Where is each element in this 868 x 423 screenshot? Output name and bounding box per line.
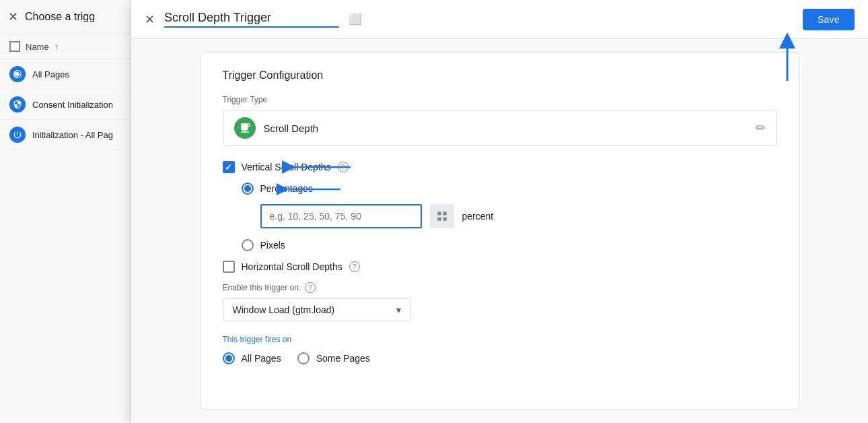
left-panel-title: Choose a trigg bbox=[25, 11, 95, 23]
modal-body: Trigger Configuration Trigger Type Scrol… bbox=[131, 39, 868, 423]
svg-rect-5 bbox=[443, 212, 446, 215]
horizontal-scroll-help-icon[interactable]: ? bbox=[349, 261, 360, 272]
trigger-type-label: Trigger Type bbox=[223, 95, 777, 104]
init-icon bbox=[9, 127, 26, 143]
save-button[interactable]: Save bbox=[803, 9, 855, 30]
pixels-radio-row: Pixels bbox=[242, 239, 777, 251]
modal-close-icon[interactable]: ✕ bbox=[145, 12, 155, 27]
fires-on-label: This trigger fires on bbox=[223, 335, 777, 344]
svg-rect-4 bbox=[437, 212, 441, 215]
all-pages-fires-on-label: All Pages bbox=[242, 353, 281, 364]
left-panel-header: ✕ Choose a trigg bbox=[0, 0, 131, 34]
edit-trigger-type-icon[interactable]: ✏ bbox=[756, 121, 766, 135]
horizontal-scroll-checkbox[interactable] bbox=[223, 261, 235, 273]
vertical-scroll-help-icon[interactable]: ? bbox=[338, 162, 349, 172]
variable-picker-button[interactable] bbox=[430, 204, 454, 228]
config-card: Trigger Configuration Trigger Type Scrol… bbox=[201, 53, 799, 410]
scroll-depth-type-icon bbox=[234, 117, 256, 139]
window-maximize-icon[interactable]: ⬜ bbox=[349, 13, 362, 26]
all-pages-radio-row: All Pages bbox=[223, 352, 281, 364]
list-item-all-pages[interactable]: All Pages bbox=[0, 59, 131, 90]
enable-trigger-label: Enable this trigger on: ? bbox=[223, 282, 777, 293]
dropdown-value: Window Load (gtm.load) bbox=[233, 304, 396, 315]
percent-input[interactable] bbox=[260, 204, 422, 228]
enable-trigger-help-icon[interactable]: ? bbox=[305, 282, 316, 293]
init-label: Initialization - All Pag bbox=[32, 130, 113, 140]
svg-rect-6 bbox=[437, 218, 441, 221]
left-panel: ✕ Choose a trigg Name ↑ All Pages Consen… bbox=[0, 0, 131, 423]
percentages-radio[interactable] bbox=[242, 183, 254, 195]
close-left-panel-icon[interactable]: ✕ bbox=[8, 9, 18, 24]
svg-rect-7 bbox=[443, 218, 446, 221]
some-pages-radio[interactable] bbox=[297, 352, 310, 364]
percent-suffix-label: percent bbox=[462, 211, 494, 222]
some-pages-fires-on-label: Some Pages bbox=[316, 353, 370, 364]
percentages-label: Percentages bbox=[260, 183, 314, 194]
list-item-init[interactable]: Initialization - All Pag bbox=[0, 120, 131, 150]
sort-icon[interactable]: ↑ bbox=[55, 42, 59, 51]
percentages-radio-row: Percentages bbox=[242, 183, 777, 195]
modal-header: ✕ ⬜ Save bbox=[131, 0, 868, 39]
modal: ✕ ⬜ Save Trigger Configuration Trigger T… bbox=[131, 0, 868, 423]
consent-icon bbox=[9, 96, 26, 112]
fires-on-row: All Pages Some Pages bbox=[223, 352, 777, 364]
list-column-header: Name ↑ bbox=[0, 34, 131, 59]
dropdown-arrow-icon: ▾ bbox=[396, 304, 401, 315]
trigger-type-box: Scroll Depth ✏ bbox=[223, 110, 777, 146]
all-pages-icon bbox=[9, 66, 26, 82]
vertical-scroll-label: Vertical Scroll Depths bbox=[242, 162, 331, 172]
horizontal-scroll-row: Horizontal Scroll Depths ? bbox=[223, 261, 777, 273]
name-column-label: Name bbox=[26, 42, 49, 52]
consent-label: Consent Initialization bbox=[32, 100, 113, 110]
vertical-scroll-checkbox[interactable]: ✓ bbox=[223, 161, 235, 173]
all-pages-radio[interactable] bbox=[223, 352, 235, 364]
percent-input-row: percent bbox=[260, 204, 777, 228]
some-pages-radio-row: Some Pages bbox=[297, 352, 370, 364]
list-item-consent[interactable]: Consent Initialization bbox=[0, 90, 131, 120]
trigger-type-name: Scroll Depth bbox=[264, 123, 748, 134]
header-checkbox[interactable] bbox=[9, 41, 20, 52]
window-load-dropdown[interactable]: Window Load (gtm.load) ▾ bbox=[223, 298, 411, 321]
all-pages-label: All Pages bbox=[32, 69, 69, 79]
trigger-name-input[interactable] bbox=[164, 11, 339, 28]
horizontal-scroll-label: Horizontal Scroll Depths bbox=[242, 261, 342, 272]
pixels-label: Pixels bbox=[260, 240, 285, 251]
vertical-scroll-row: ✓ Vertical Scroll Depths ? bbox=[223, 161, 777, 173]
pixels-radio[interactable] bbox=[242, 239, 254, 251]
section-title: Trigger Configuration bbox=[223, 69, 777, 82]
